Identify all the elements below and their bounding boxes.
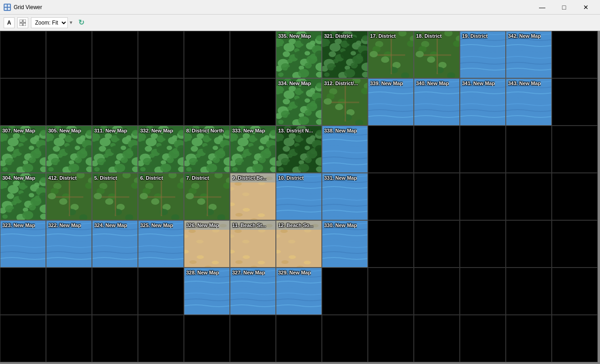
minimize-button[interactable]: — [532, 0, 553, 15]
grid-cell[interactable]: 328. New Map [184, 268, 230, 315]
grid-cell[interactable] [506, 315, 552, 362]
grid-cell[interactable]: 304. New Map [0, 173, 46, 220]
grid-cell[interactable] [460, 315, 506, 362]
grid-cell[interactable] [184, 78, 230, 126]
grid-cell[interactable]: 334. New Map [276, 78, 322, 126]
grid-cell[interactable] [138, 315, 184, 362]
grid-cell[interactable] [414, 315, 460, 362]
maximize-button[interactable]: □ [554, 0, 575, 15]
grid-cell[interactable]: 10. District [276, 173, 322, 220]
grid-cell[interactable]: 307. New Map [0, 126, 46, 173]
grid-cell[interactable]: 335. New Map [276, 31, 322, 78]
grid-cell[interactable]: 326. New Map [184, 220, 230, 268]
grid-cell[interactable]: 5. District [92, 173, 138, 220]
grid-cell[interactable] [414, 173, 460, 220]
grid-cell[interactable]: 339. New Map [368, 78, 414, 126]
grid-cell[interactable] [92, 268, 138, 315]
grid-cell[interactable]: 329. New Map [276, 268, 322, 315]
grid-cell[interactable] [322, 268, 368, 315]
grid-cell[interactable] [0, 78, 46, 126]
grid-cell[interactable]: 13. District N... [276, 126, 322, 173]
grid-cell[interactable]: 324. New Map [92, 220, 138, 268]
grid-cell[interactable]: 343. New Map [506, 78, 552, 126]
grid-cell[interactable] [414, 268, 460, 315]
grid-cell[interactable]: 333. New Map [230, 126, 276, 173]
grid-cell[interactable]: 7. District [184, 173, 230, 220]
grid-cell[interactable]: 19. District [460, 31, 506, 78]
grid-cell[interactable] [506, 220, 552, 268]
grid-cell[interactable] [138, 78, 184, 126]
grid-cell[interactable] [92, 31, 138, 78]
grid-cell[interactable] [230, 78, 276, 126]
svg-point-546 [1, 196, 7, 201]
grid-cell[interactable]: 323. New Map [0, 220, 46, 268]
grid-cell[interactable]: 12. Beach So... [276, 220, 322, 268]
grid-cell[interactable] [460, 126, 506, 173]
grid-cell[interactable] [506, 173, 552, 220]
grid-cell[interactable]: 8. District North [184, 126, 230, 173]
grid-cell[interactable] [552, 220, 598, 268]
grid-cell[interactable]: 305. New Map [46, 126, 92, 173]
grid-cell[interactable]: 9. District Be... [230, 173, 276, 220]
grid-cell[interactable]: 311. New Map [92, 126, 138, 173]
grid-cell[interactable] [92, 315, 138, 362]
grid-cell[interactable] [92, 78, 138, 126]
grid-cell[interactable] [230, 31, 276, 78]
grid-cell[interactable] [460, 220, 506, 268]
grid-cell[interactable]: 330. New Map [322, 220, 368, 268]
grid-cell[interactable] [552, 31, 598, 78]
grid-cell[interactable] [506, 268, 552, 315]
grid-cell[interactable] [184, 315, 230, 362]
grid-cell[interactable] [46, 268, 92, 315]
grid-cell[interactable]: 17. District [368, 31, 414, 78]
grid-cell[interactable]: 342. New Map [506, 31, 552, 78]
grid-cell[interactable] [46, 315, 92, 362]
grid-cell[interactable] [552, 268, 598, 315]
grid-cell[interactable] [138, 31, 184, 78]
grid-cell[interactable]: 321. District [322, 31, 368, 78]
grid-cell[interactable]: 412. District [46, 173, 92, 220]
grid-cell[interactable] [322, 315, 368, 362]
grid-cell[interactable]: 322. New Map [46, 220, 92, 268]
grid-cell[interactable] [460, 173, 506, 220]
grid-cell[interactable] [414, 220, 460, 268]
grid-cell[interactable]: 338. New Map [322, 126, 368, 173]
close-button[interactable]: ✕ [575, 0, 596, 15]
grid-cell[interactable]: 11. Beach St... [230, 220, 276, 268]
grid-cell[interactable] [552, 173, 598, 220]
grid-cell[interactable]: 340. New Map [414, 78, 460, 126]
grid-cell[interactable] [368, 173, 414, 220]
grid-cell[interactable] [46, 31, 92, 78]
grid-button[interactable] [17, 17, 28, 28]
grid-cell[interactable] [506, 126, 552, 173]
grid-cell[interactable]: 331. New Map [322, 173, 368, 220]
grid-cell[interactable] [552, 126, 598, 173]
grid-cell[interactable]: 325. New Map [138, 220, 184, 268]
grid-cell[interactable] [46, 78, 92, 126]
grid-cell[interactable] [0, 31, 46, 78]
grid-cell[interactable] [368, 126, 414, 173]
grid-cell[interactable] [276, 315, 322, 362]
svg-point-311 [99, 146, 106, 152]
grid-cell[interactable] [368, 220, 414, 268]
font-button[interactable]: A [4, 17, 15, 28]
grid-cell[interactable] [368, 315, 414, 362]
grid-cell[interactable]: 332. New Map [138, 126, 184, 173]
grid-cell[interactable]: 341. New Map [460, 78, 506, 126]
grid-cell[interactable]: 312. District/... [322, 78, 368, 126]
grid-cell[interactable]: 6. District [138, 173, 184, 220]
grid-cell[interactable] [368, 268, 414, 315]
grid-cell[interactable] [414, 126, 460, 173]
zoom-select[interactable]: Zoom: Fit 50% 75% 100% 125% 150% 200% [31, 17, 68, 28]
grid-cell[interactable] [0, 268, 46, 315]
grid-cell[interactable] [138, 268, 184, 315]
refresh-button[interactable]: ↻ [76, 17, 87, 28]
grid-cell[interactable] [552, 315, 598, 362]
grid-cell[interactable]: 18. District [414, 31, 460, 78]
grid-cell[interactable] [0, 315, 46, 362]
grid-cell[interactable] [552, 78, 598, 126]
grid-cell[interactable] [460, 268, 506, 315]
grid-cell[interactable] [184, 31, 230, 78]
grid-cell[interactable] [230, 315, 276, 362]
grid-cell[interactable]: 327. New Map [230, 268, 276, 315]
